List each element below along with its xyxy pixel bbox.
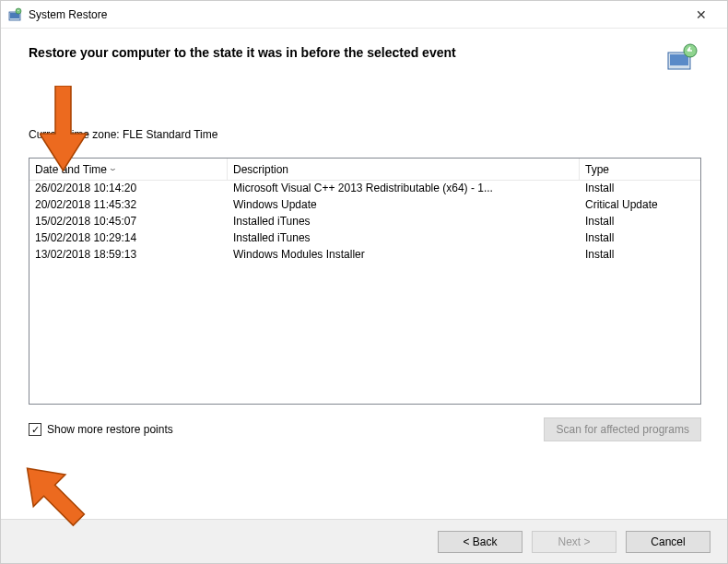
table-row[interactable]: 20/02/2018 11:45:32Windows UpdateCritica… — [29, 197, 700, 214]
show-more-checkbox[interactable]: ✓ Show more restore points — [29, 423, 173, 436]
cell-date: 15/02/2018 10:45:07 — [29, 214, 228, 230]
cell-type: Install — [580, 230, 700, 247]
footer: < Back Next > Cancel — [1, 519, 727, 563]
window-title: System Restore — [29, 8, 683, 21]
page-heading: Restore your computer to the state it wa… — [29, 41, 666, 60]
cell-date: 26/02/2018 10:14:20 — [29, 181, 228, 197]
cell-date: 15/02/2018 10:29:14 — [29, 230, 228, 247]
column-type[interactable]: Type — [580, 159, 700, 180]
chevron-down-icon: ⌄ — [108, 164, 118, 172]
restore-icon — [8, 7, 23, 22]
cell-date: 20/02/2018 11:45:32 — [29, 197, 228, 214]
restore-points-listview[interactable]: Date and Time ⌄ Description Type 26/02/2… — [29, 158, 701, 405]
content-area: Restore your computer to the state it wa… — [1, 29, 727, 441]
cell-type: Install — [580, 247, 700, 264]
checkbox-icon: ✓ — [29, 423, 41, 436]
cell-type: Install — [580, 214, 700, 230]
checkbox-label: Show more restore points — [47, 423, 173, 436]
close-button[interactable]: ✕ — [683, 2, 720, 28]
cell-desc: Windows Update — [228, 197, 580, 214]
titlebar: System Restore ✕ — [1, 1, 727, 29]
column-desc-label: Description — [233, 163, 288, 176]
cell-date: 13/02/2018 18:59:13 — [29, 247, 228, 264]
next-button: Next > — [532, 531, 616, 553]
table-row[interactable]: 26/02/2018 10:14:20Microsoft Visual C++ … — [29, 181, 700, 197]
column-description[interactable]: Description — [228, 159, 580, 180]
cell-type: Critical Update — [580, 197, 700, 214]
scan-button: Scan for affected programs — [544, 417, 701, 441]
timezone-text: Current time zone: FLE Standard Time — [29, 128, 699, 141]
cell-type: Install — [580, 181, 700, 197]
cancel-button[interactable]: Cancel — [626, 531, 710, 553]
cell-desc: Installed iTunes — [228, 230, 580, 247]
table-row[interactable]: 15/02/2018 10:45:07Installed iTunesInsta… — [29, 214, 700, 230]
column-type-label: Type — [585, 163, 609, 176]
column-date[interactable]: Date and Time ⌄ — [29, 159, 228, 180]
svg-rect-4 — [670, 54, 688, 65]
cell-desc: Windows Modules Installer — [228, 247, 580, 264]
restore-large-icon — [666, 41, 699, 75]
cell-desc: Microsoft Visual C++ 2013 Redistributabl… — [228, 181, 580, 197]
table-row[interactable]: 13/02/2018 18:59:13Windows Modules Insta… — [29, 247, 700, 264]
cell-desc: Installed iTunes — [228, 214, 580, 230]
listview-header: Date and Time ⌄ Description Type — [29, 159, 700, 181]
back-button[interactable]: < Back — [438, 531, 523, 553]
column-date-label: Date and Time — [35, 163, 107, 176]
table-row[interactable]: 15/02/2018 10:29:14Installed iTunesInsta… — [29, 230, 700, 247]
